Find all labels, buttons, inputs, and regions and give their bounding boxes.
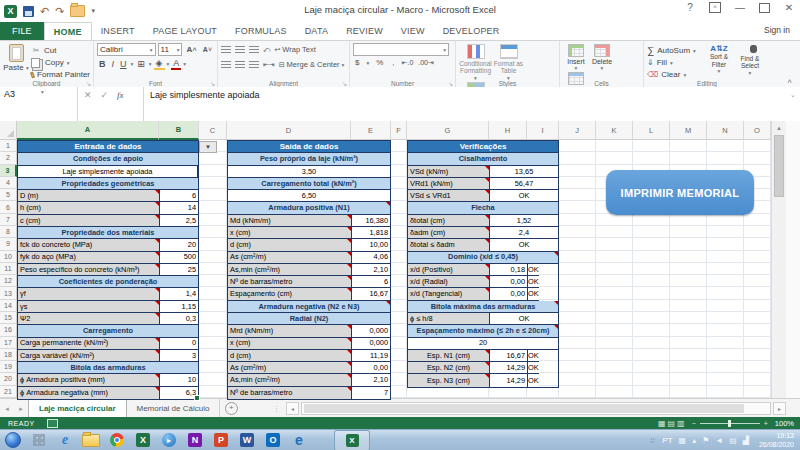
scroll-up-icon[interactable]: ▲ [772,121,786,135]
internet-explorer-icon[interactable]: e [52,431,78,450]
horizontal-scroll-track[interactable] [301,402,771,415]
row-header-2[interactable]: 2 [0,152,17,164]
row-header-21[interactable]: 21 [0,386,17,398]
zoom-in-icon[interactable]: + [764,420,768,427]
align-right-icon[interactable] [249,61,259,68]
normal-view-icon[interactable]: ▦ [658,419,666,428]
vertical-scroll-thumb[interactable] [774,135,784,197]
value-cell[interactable]: 11,19 [352,350,390,362]
ok-status-cell[interactable]: OK [528,288,539,300]
value-cell[interactable]: 14,29 [490,374,528,386]
ribbon-tab-home[interactable]: HOME [44,22,92,40]
ok-status-cell[interactable]: OK [528,362,539,374]
label-cell[interactable]: fck do concreto (MPa) [18,239,160,251]
value-cell[interactable]: OK [490,313,558,325]
name-box[interactable]: A3 ▾ [0,87,78,121]
label-cell[interactable]: δtotal ≤ δadm [408,239,490,251]
bottom-align-icon[interactable] [249,46,259,53]
ribbon-tab-developer[interactable]: DEVELOPER [434,22,509,40]
ok-status-cell[interactable]: OK [528,350,539,362]
value-cell[interactable]: 10 [160,374,198,386]
help-icon[interactable]: ? [683,2,697,13]
value-cell[interactable]: 56,47 [490,178,558,190]
ribbon-tab-review[interactable]: REVIEW [337,22,392,40]
format-painter-button[interactable]: Format Painter [31,69,90,80]
column-header-A[interactable]: A [17,121,159,140]
prev-sheet-icon[interactable]: ◂ [0,399,14,418]
row-header-3[interactable]: 3 [0,165,17,177]
row-header-5[interactable]: 5 [0,189,17,201]
value-cell[interactable]: 3,50 [228,166,390,178]
value-cell[interactable]: 14,29 [490,362,528,374]
name-box-dropdown-icon[interactable]: ▾ [41,89,44,95]
horizontal-scroll-thumb[interactable] [304,404,744,413]
italic-icon[interactable]: I [110,59,117,69]
restore-icon[interactable] [759,3,770,13]
orientation-icon[interactable]: ⤺ [263,46,270,54]
value-cell[interactable]: 20 [408,338,558,350]
paste-button[interactable]: Paste ▾ [3,43,29,72]
save-icon[interactable] [23,6,34,17]
merge-center-button[interactable]: ⊟Merge & Center▾ [279,60,345,69]
select-all-corner[interactable] [0,121,17,140]
action-center-flag-icon[interactable]: ⚑ [702,436,709,445]
ribbon-tab-file[interactable]: FILE [0,22,44,40]
start-button[interactable] [0,431,26,450]
cell-dropdown-button[interactable]: ▼ [199,141,217,153]
new-sheet-button[interactable]: + [220,399,242,418]
section-header-cell[interactable]: Propriedades geométricas [18,178,198,190]
value-cell[interactable]: 0,00 [352,362,390,374]
insert-button[interactable]: Insert▾ [563,43,589,71]
row-header-9[interactable]: 9 [0,238,17,250]
onenote-icon[interactable]: N [182,431,208,450]
network-icon[interactable]: ▟ [743,436,749,445]
value-cell[interactable]: 2,10 [352,374,390,386]
row-header-12[interactable]: 12 [0,275,17,287]
ok-status-cell[interactable]: OK [528,374,539,386]
find-select-button[interactable]: Find & Select▾ [736,44,764,76]
label-cell[interactable]: As (cm²/m) [228,362,352,374]
column-header-F[interactable]: F [391,121,407,140]
column-header-L[interactable]: L [633,121,670,140]
value-cell[interactable]: 13,65 [490,166,558,178]
align-left-icon[interactable] [221,61,231,68]
underline-icon[interactable]: U [118,59,129,69]
fill-color-icon[interactable]: ◈ [154,58,165,70]
vertical-scrollbar[interactable]: ▲ [771,121,786,398]
number-format-combo[interactable]: ▾ [353,43,449,56]
autosum-button[interactable]: ∑AutoSum▾ [647,45,696,56]
section-header-cell[interactable]: Cisalhamento [408,153,558,165]
label-cell[interactable]: Peso específico do concreto (kN/m³) [18,264,160,276]
column-header-J[interactable]: J [559,121,596,140]
column-header-B[interactable]: B [159,121,199,140]
fill-handle[interactable] [194,395,200,401]
section-header-cell[interactable]: Bitola das armaduras [18,362,198,374]
label-cell[interactable]: Esp. N1 (cm) [408,350,490,362]
accounting-format-icon[interactable]: $ [353,58,361,67]
label-cell[interactable]: fyk do aço (MPa) [18,252,160,264]
input-method-icon[interactable]: ▦ [679,436,687,445]
value-cell[interactable]: 14 [160,202,198,214]
sheet-tab-active[interactable]: Laje maciça circular [28,399,127,418]
minimize-icon[interactable]: — [733,2,747,13]
value-cell[interactable]: 2,4 [490,227,558,239]
styles-item-button[interactable]: Conditional Formatting▾ [459,43,492,81]
column-header-E[interactable]: E [351,121,391,140]
value-cell[interactable]: 2,10 [352,264,390,276]
value-cell[interactable]: 20 [160,239,198,251]
label-cell[interactable]: As,min (cm²/m) [228,264,352,276]
value-cell[interactable]: 7 [352,387,390,399]
value-cell[interactable]: 0,00 [490,276,528,288]
next-sheet-icon[interactable]: ▸ [14,399,28,418]
imprimir-memorial-button[interactable]: IMPRIMIR MEMORIAL [606,170,754,215]
collapse-ribbon-icon[interactable]: ˄ [787,77,792,86]
value-cell[interactable]: 0,000 [352,338,390,350]
scroll-right-icon[interactable]: ▸ [773,402,786,415]
undo-icon[interactable]: ↶ [40,4,49,18]
running-excel-task[interactable]: X [334,430,370,450]
label-cell[interactable]: c (cm) [18,215,160,227]
label-cell[interactable]: Mrd (kNm/m) [228,325,352,337]
column-header-D[interactable]: D [227,121,351,140]
label-cell[interactable]: Nº de barras/metro [228,276,352,288]
value-cell[interactable]: 6,3 [160,387,198,399]
